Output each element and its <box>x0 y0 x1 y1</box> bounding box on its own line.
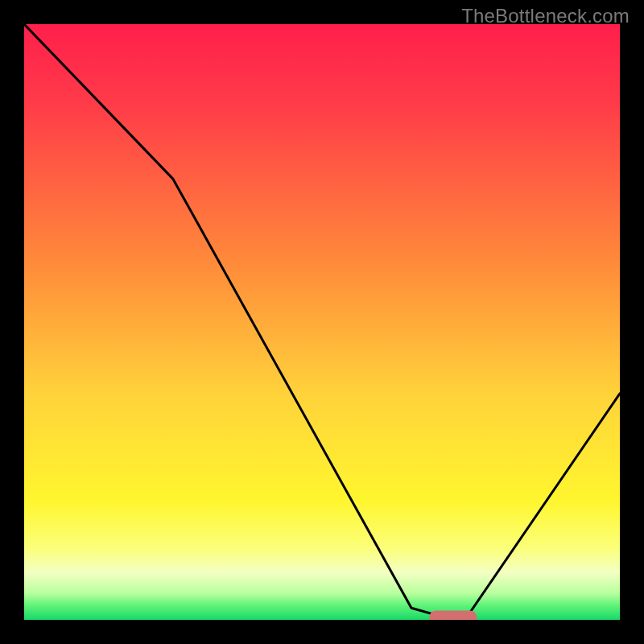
chart-svg <box>24 24 620 620</box>
bottleneck-chart: TheBottleneck.com <box>0 0 644 644</box>
gradient-background <box>24 24 620 620</box>
optimal-range-marker <box>429 611 477 621</box>
plot-area <box>24 24 620 620</box>
watermark-text: TheBottleneck.com <box>461 5 630 27</box>
